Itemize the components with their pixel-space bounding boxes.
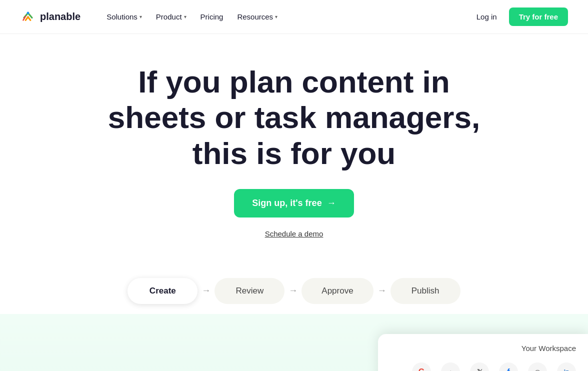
chevron-down-icon: ▾ [140,14,142,20]
logo-icon [20,9,36,25]
hero-title: If you plan content in sheets or task ma… [99,64,489,171]
workflow-step-approve[interactable]: Approve [302,278,373,304]
arrow-icon: → [198,286,214,296]
social-icons-row: G ♪ 𝕏 f ◎ in [390,362,576,371]
svg-point-0 [27,12,30,14]
tiktok-icon[interactable]: ♪ [441,362,460,371]
linkedin-icon[interactable]: in [557,362,576,371]
signup-button[interactable]: Sign up, it's free → [234,189,354,218]
arrow-icon: → [284,286,302,296]
nav-pricing[interactable]: Pricing [194,8,230,25]
instagram-icon[interactable]: ◎ [528,362,547,371]
hero-section: If you plan content in sheets or task ma… [0,34,588,258]
login-button[interactable]: Log in [470,8,503,25]
workflow-step-review[interactable]: Review [214,278,284,304]
workflow-tabs: Create → Review → Approve → Publish [69,278,519,304]
nav-resources[interactable]: Resources ▾ [231,8,284,25]
arrow-icon: → [327,198,336,208]
workspace-card: Your Workspace G ♪ 𝕏 f ◎ in [378,334,588,371]
try-for-free-button[interactable]: Try for free [509,8,568,26]
nav-product[interactable]: Product ▾ [150,8,192,25]
logo-text: planable [40,11,80,22]
nav-solutions[interactable]: Solutions ▾ [100,8,148,25]
chevron-down-icon: ▾ [275,14,278,20]
nav-right: Log in Try for free [470,8,568,26]
schedule-demo-link[interactable]: Schedule a demo [20,230,568,238]
google-icon[interactable]: G [412,362,431,371]
workflow-step-publish[interactable]: Publish [390,278,460,304]
navbar: planable Solutions ▾ Product ▾ Pricing R… [0,0,588,34]
workflow-step-create[interactable]: Create [128,278,198,304]
facebook-icon[interactable]: f [499,362,518,371]
chevron-down-icon: ▾ [184,14,186,20]
workspace-title: Your Workspace [390,344,576,352]
twitter-icon[interactable]: 𝕏 [470,362,489,371]
logo[interactable]: planable [20,9,80,25]
arrow-icon: → [374,286,390,296]
nav-links: Solutions ▾ Product ▾ Pricing Resources … [100,8,470,25]
preview-area: 🔔 ⚙ Filter & sort 🖼 Media Library + Comp… [0,314,588,371]
